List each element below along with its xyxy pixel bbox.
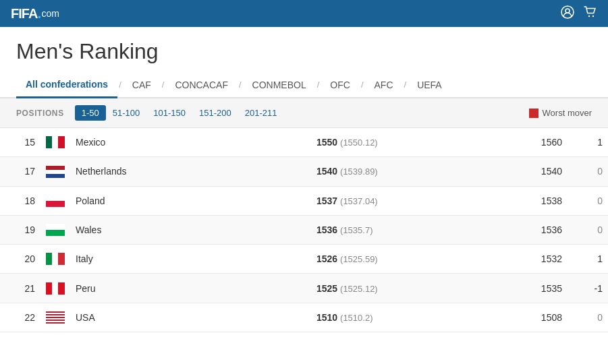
pos-btn-151-200[interactable]: 151-200: [192, 105, 238, 121]
ranking-table: 15 Mexico 1550 (1550.12) 1560 1 17 Nethe…: [0, 128, 608, 332]
page-title-section: Men's Ranking: [0, 27, 608, 72]
worst-mover-label: Worst mover: [543, 108, 592, 118]
points-cell: 1537 (1537.04): [311, 186, 487, 215]
country-name-cell[interactable]: Italy: [70, 245, 311, 274]
points-value: 1540: [316, 166, 337, 177]
change-cell: 1: [568, 128, 608, 157]
table-row: 17 Netherlands 1540 (1539.89) 1540 0: [0, 157, 608, 186]
points-cell: 1540 (1539.89): [311, 157, 487, 186]
country-name-cell[interactable]: Netherlands: [70, 157, 311, 186]
page-title: Men's Ranking: [16, 39, 592, 64]
confed-all[interactable]: All confederations: [16, 72, 117, 98]
svg-point-2: [588, 15, 590, 16]
table-row: 19 Wales 1536 (1535.7) 1536 0: [0, 215, 608, 244]
confed-sep-1: /: [117, 80, 123, 90]
flag-cell: [40, 215, 70, 244]
table-row: 15 Mexico 1550 (1550.12) 1560 1: [0, 128, 608, 157]
pos-btn-51-100[interactable]: 51-100: [106, 105, 146, 121]
positions-label: POSITIONS: [16, 109, 64, 118]
points-cell: 1510 (1510.2): [311, 303, 487, 332]
rank-cell: 15: [0, 128, 40, 157]
country-name-cell[interactable]: Peru: [70, 274, 311, 303]
points-exact: (1537.04): [340, 196, 378, 206]
change-cell: 0: [568, 215, 608, 244]
wls-flag: [46, 224, 65, 236]
prev-points-cell: 1560: [487, 128, 568, 157]
points-exact: (1539.89): [340, 166, 378, 177]
country-name-cell[interactable]: Poland: [70, 186, 311, 215]
confed-sep-3: /: [238, 80, 243, 90]
prev-points-cell: 1540: [487, 157, 568, 186]
flag-cell: [40, 245, 70, 274]
points-cell: 1550 (1550.12): [311, 128, 487, 157]
pos-btn-101-150[interactable]: 101-150: [146, 105, 192, 121]
prev-points-cell: 1535: [487, 274, 568, 303]
logo-com: com: [41, 8, 59, 19]
flag-cell: [40, 274, 70, 303]
rank-cell: 18: [0, 186, 40, 215]
points-exact: (1525.59): [340, 254, 378, 264]
flag-cell: [40, 186, 70, 215]
pos-btn-201-211[interactable]: 201-211: [238, 105, 284, 121]
confed-sep-4: /: [316, 80, 321, 90]
svg-point-1: [565, 9, 570, 13]
change-cell: 0: [568, 303, 608, 332]
country-name-cell[interactable]: Wales: [70, 215, 311, 244]
us-flag: [46, 311, 65, 324]
points-cell: 1536 (1535.7): [311, 215, 487, 244]
prev-points-cell: 1508: [487, 303, 568, 332]
positions-bar: POSITIONS 1-50 51-100 101-150 151-200 20…: [0, 98, 608, 128]
confed-sep-2: /: [161, 80, 166, 90]
prev-points-cell: 1538: [487, 186, 568, 215]
pos-btn-1-50[interactable]: 1-50: [75, 105, 106, 121]
points-exact: (1550.12): [340, 138, 378, 148]
worst-mover-icon: [529, 109, 538, 118]
points-value: 1550: [316, 137, 337, 148]
fifa-logo-text: FIFA.: [11, 5, 40, 22]
header: FIFA. com: [0, 0, 608, 27]
flag-cell: [40, 303, 70, 332]
rank-cell: 19: [0, 215, 40, 244]
points-exact: (1535.7): [340, 225, 372, 235]
points-value: 1525: [316, 283, 337, 294]
pl-flag: [46, 195, 65, 207]
confed-sep-5: /: [360, 80, 365, 90]
header-icons: [561, 5, 597, 22]
cart-icon[interactable]: [584, 5, 597, 22]
confed-concacaf[interactable]: CONCACAF: [165, 73, 238, 97]
points-exact: (1510.2): [340, 313, 372, 323]
prev-points-cell: 1536: [487, 215, 568, 244]
rank-cell: 20: [0, 245, 40, 274]
change-cell: -1: [568, 274, 608, 303]
prev-points-cell: 1532: [487, 245, 568, 274]
table-row: 21 Peru 1525 (1525.12) 1535 -1: [0, 274, 608, 303]
it-flag: [46, 253, 65, 265]
points-value: 1536: [316, 224, 337, 235]
points-value: 1510: [316, 312, 337, 323]
confed-uefa[interactable]: UEFA: [408, 73, 451, 97]
change-cell: 1: [568, 245, 608, 274]
flag-cell: [40, 128, 70, 157]
pe-flag: [46, 282, 65, 295]
confed-nav: All confederations / CAF / CONCACAF / CO…: [0, 72, 608, 98]
points-cell: 1526 (1525.59): [311, 245, 487, 274]
points-value: 1537: [316, 195, 337, 206]
country-name-cell[interactable]: USA: [70, 303, 311, 332]
rank-cell: 17: [0, 157, 40, 186]
logo: FIFA. com: [11, 5, 59, 22]
table-row: 18 Poland 1537 (1537.04) 1538 0: [0, 186, 608, 215]
points-exact: (1525.12): [340, 284, 378, 294]
confed-afc[interactable]: AFC: [365, 73, 403, 97]
profile-icon[interactable]: [561, 5, 574, 22]
change-cell: 0: [568, 186, 608, 215]
confed-caf[interactable]: CAF: [123, 73, 161, 97]
svg-point-3: [592, 15, 594, 16]
nl-flag: [46, 166, 65, 178]
confed-sep-6: /: [403, 80, 408, 90]
confed-ofc[interactable]: OFC: [321, 73, 360, 97]
points-cell: 1525 (1525.12): [311, 274, 487, 303]
country-name-cell[interactable]: Mexico: [70, 128, 311, 157]
table-row: 22 USA 1510 (1510.2) 1508 0: [0, 303, 608, 332]
worst-mover-legend: Worst mover: [529, 108, 592, 118]
confed-conmebol[interactable]: CONMEBOL: [243, 73, 316, 97]
